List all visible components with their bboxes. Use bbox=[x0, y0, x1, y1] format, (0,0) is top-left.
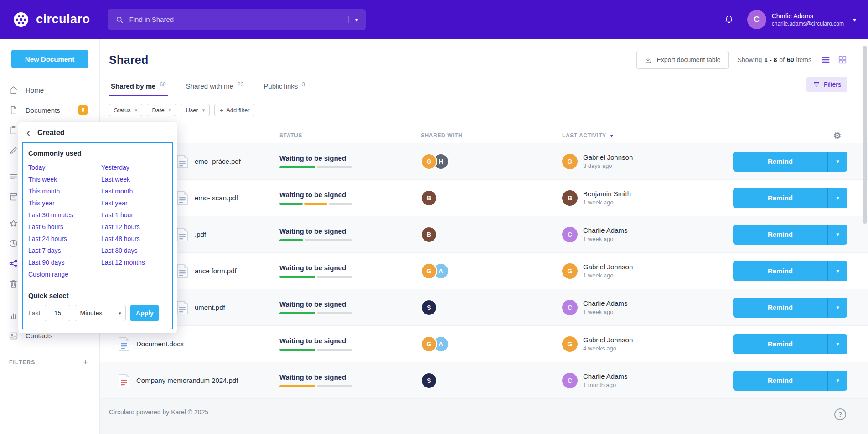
date-range-link[interactable]: Last 90 days bbox=[28, 256, 101, 268]
remind-button[interactable]: Remind bbox=[733, 334, 827, 354]
created-filter-panel: ‹ Created Commonly used TodayThis weekTh… bbox=[18, 122, 177, 333]
remind-button[interactable]: Remind bbox=[733, 188, 827, 208]
column-header-last-activity[interactable]: LAST ACTIVITY ▼ bbox=[562, 132, 733, 139]
caret-down-icon: ▾ bbox=[836, 231, 839, 238]
table-row[interactable]: .pdf Waiting to be signed B C Charlie Ad… bbox=[100, 216, 868, 253]
date-range-link[interactable]: Last 30 days bbox=[101, 245, 167, 256]
date-range-link[interactable]: Last month bbox=[101, 185, 167, 197]
sidebar-item-home[interactable]: Home bbox=[0, 80, 99, 100]
remind-button[interactable]: Remind bbox=[733, 225, 827, 245]
activity-name: Charlie Adams bbox=[583, 372, 628, 380]
date-range-link[interactable]: Last year bbox=[101, 197, 167, 209]
date-links-column-1: TodayThis weekThis monthThis yearLast 30… bbox=[28, 162, 101, 280]
document-name[interactable]: Company memorandum 2024.pdf bbox=[136, 376, 238, 384]
add-saved-filter-button[interactable]: + bbox=[83, 357, 88, 367]
table-row[interactable]: ance form.pdf Waiting to be signed GA G … bbox=[100, 253, 868, 289]
table-row[interactable]: Document.docx Waiting to be signed GA G … bbox=[100, 326, 868, 362]
search-input[interactable] bbox=[129, 16, 345, 23]
remind-button[interactable]: Remind bbox=[733, 371, 827, 391]
quick-select-value-input[interactable] bbox=[45, 305, 70, 321]
table-row[interactable]: emo- práce.pdf Waiting to be signed GH G… bbox=[100, 143, 868, 180]
progress-bar bbox=[279, 276, 352, 278]
global-search[interactable]: ▾ bbox=[108, 9, 366, 30]
date-range-link[interactable]: Last 30 minutes bbox=[28, 209, 101, 221]
file-icon bbox=[176, 191, 188, 205]
remind-dropdown-button[interactable]: ▾ bbox=[827, 298, 847, 318]
document-name[interactable]: ance form.pdf bbox=[195, 267, 237, 275]
archive-box-icon bbox=[8, 192, 18, 202]
filter-chip-date[interactable]: Date▾ bbox=[147, 104, 176, 116]
remind-button[interactable]: Remind bbox=[733, 298, 827, 318]
filter-chip-user[interactable]: User▾ bbox=[181, 104, 210, 116]
remind-button[interactable]: Remind bbox=[733, 152, 827, 172]
document-icon bbox=[8, 105, 18, 115]
apply-button[interactable]: Apply bbox=[130, 305, 159, 321]
caret-down-icon: ▾ bbox=[836, 340, 839, 347]
shared-avatar: S bbox=[421, 372, 437, 389]
file-icon bbox=[176, 300, 188, 315]
date-range-picker: Commonly used TodayThis weekThis monthTh… bbox=[22, 142, 173, 329]
column-header-shared-with[interactable]: SHARED WITH bbox=[421, 132, 562, 139]
add-filter-chip[interactable]: + Add filter bbox=[214, 104, 254, 116]
back-icon[interactable]: ‹ bbox=[26, 127, 30, 138]
table-row[interactable]: emo- scan.pdf Waiting to be signed B B B… bbox=[100, 180, 868, 216]
remind-dropdown-button[interactable]: ▾ bbox=[827, 261, 847, 281]
document-name[interactable]: ument.pdf bbox=[195, 303, 225, 311]
date-range-link[interactable]: Last 6 hours bbox=[28, 221, 101, 233]
date-range-link[interactable]: Last 7 days bbox=[28, 245, 101, 256]
activity-name: Gabriel Johnson bbox=[583, 336, 633, 344]
date-range-link[interactable]: This month bbox=[28, 185, 101, 197]
table-row[interactable]: ument.pdf Waiting to be signed S C Charl… bbox=[100, 289, 868, 326]
date-range-link[interactable]: Custom range bbox=[28, 268, 101, 280]
date-range-link[interactable]: Yesterday bbox=[101, 162, 167, 173]
new-document-button[interactable]: New Document bbox=[11, 50, 88, 68]
tab-shared-by-me[interactable]: Shared by me60 bbox=[109, 78, 168, 96]
date-range-link[interactable]: This year bbox=[28, 197, 101, 209]
table-row[interactable]: Company memorandum 2024.pdf Waiting to b… bbox=[100, 362, 868, 399]
remind-dropdown-button[interactable]: ▾ bbox=[827, 225, 847, 245]
grid-view-icon[interactable] bbox=[837, 55, 847, 65]
date-range-link[interactable]: Last week bbox=[101, 173, 167, 185]
document-name[interactable]: Document.docx bbox=[136, 340, 184, 348]
column-header-status[interactable]: STATUS bbox=[279, 132, 421, 139]
tab-public-links[interactable]: Public links3 bbox=[262, 78, 307, 96]
footer: Circularo powered by Karel © 2025 ? bbox=[100, 399, 868, 434]
date-range-link[interactable]: Last 12 months bbox=[101, 256, 167, 268]
remind-dropdown-button[interactable]: ▾ bbox=[827, 152, 847, 172]
date-range-link[interactable]: Last 24 hours bbox=[28, 233, 101, 245]
document-name[interactable]: .pdf bbox=[195, 230, 206, 238]
remind-dropdown-button[interactable]: ▾ bbox=[827, 371, 847, 391]
remind-button-label: Remind bbox=[768, 194, 793, 202]
logo-text: circularo bbox=[36, 12, 90, 26]
remind-dropdown-button[interactable]: ▾ bbox=[827, 334, 847, 354]
remind-button[interactable]: Remind bbox=[733, 261, 827, 281]
help-button[interactable]: ? bbox=[834, 408, 846, 420]
sidebar-item-documents[interactable]: Documents 0 bbox=[0, 100, 99, 120]
filters-button[interactable]: Filters bbox=[806, 77, 847, 92]
date-range-link[interactable]: Last 12 hours bbox=[101, 221, 167, 233]
table-header: STATUS SHARED WITH LAST ACTIVITY ▼ ⚙ bbox=[100, 128, 868, 143]
page-title: Shared bbox=[109, 53, 149, 67]
date-range-link[interactable]: Last 1 hour bbox=[101, 209, 167, 221]
filter-chip-status[interactable]: Status▾ bbox=[109, 104, 142, 116]
unit-select[interactable]: Minutes ▾ bbox=[75, 305, 126, 321]
scrollbar[interactable] bbox=[863, 46, 867, 224]
document-name[interactable]: emo- práce.pdf bbox=[195, 157, 241, 165]
notifications-bell-icon[interactable] bbox=[723, 14, 734, 25]
tab-shared-with-me[interactable]: Shared with me23 bbox=[184, 78, 246, 96]
caret-down-icon: ▾ bbox=[836, 304, 839, 311]
file-icon bbox=[118, 337, 130, 351]
list-view-icon[interactable] bbox=[821, 55, 831, 65]
user-menu[interactable]: C Charlie Adams charlie.adams@circularo.… bbox=[747, 10, 856, 29]
export-button-label: Export document table bbox=[656, 56, 720, 63]
activity-name: Gabriel Johnson bbox=[583, 263, 633, 271]
logo[interactable]: circularo bbox=[12, 10, 90, 29]
footer-text: Circularo powered by Karel © 2025 bbox=[109, 408, 208, 416]
search-scope-caret-icon[interactable]: ▾ bbox=[348, 16, 358, 23]
remind-dropdown-button[interactable]: ▾ bbox=[827, 188, 847, 208]
date-range-link[interactable]: Last 48 hours bbox=[101, 233, 167, 245]
date-range-link[interactable]: This week bbox=[28, 173, 101, 185]
date-range-link[interactable]: Today bbox=[28, 162, 101, 173]
document-name[interactable]: emo- scan.pdf bbox=[195, 194, 238, 202]
export-document-table-button[interactable]: Export document table bbox=[636, 51, 728, 69]
